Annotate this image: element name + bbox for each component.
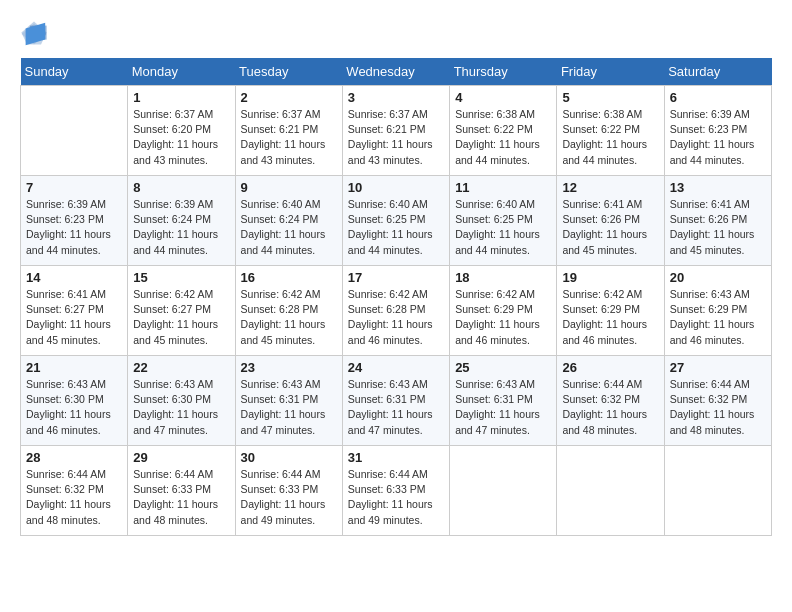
calendar-cell: 17Sunrise: 6:42 AMSunset: 6:28 PMDayligh… <box>342 266 449 356</box>
weekday-header: Monday <box>128 58 235 86</box>
calendar-week-row: 21Sunrise: 6:43 AMSunset: 6:30 PMDayligh… <box>21 356 772 446</box>
day-number: 18 <box>455 270 551 285</box>
calendar-week-row: 14Sunrise: 6:41 AMSunset: 6:27 PMDayligh… <box>21 266 772 356</box>
day-number: 19 <box>562 270 658 285</box>
day-number: 20 <box>670 270 766 285</box>
day-number: 28 <box>26 450 122 465</box>
cell-info: Sunrise: 6:44 AMSunset: 6:33 PMDaylight:… <box>348 467 444 528</box>
calendar-cell <box>450 446 557 536</box>
day-number: 1 <box>133 90 229 105</box>
weekday-header: Friday <box>557 58 664 86</box>
cell-info: Sunrise: 6:38 AMSunset: 6:22 PMDaylight:… <box>562 107 658 168</box>
calendar-cell: 19Sunrise: 6:42 AMSunset: 6:29 PMDayligh… <box>557 266 664 356</box>
cell-info: Sunrise: 6:40 AMSunset: 6:24 PMDaylight:… <box>241 197 337 258</box>
day-number: 29 <box>133 450 229 465</box>
calendar-cell <box>557 446 664 536</box>
calendar-week-row: 7Sunrise: 6:39 AMSunset: 6:23 PMDaylight… <box>21 176 772 266</box>
calendar-cell: 2Sunrise: 6:37 AMSunset: 6:21 PMDaylight… <box>235 86 342 176</box>
calendar-cell: 13Sunrise: 6:41 AMSunset: 6:26 PMDayligh… <box>664 176 771 266</box>
cell-info: Sunrise: 6:43 AMSunset: 6:31 PMDaylight:… <box>455 377 551 438</box>
day-number: 11 <box>455 180 551 195</box>
day-number: 3 <box>348 90 444 105</box>
calendar-cell: 26Sunrise: 6:44 AMSunset: 6:32 PMDayligh… <box>557 356 664 446</box>
calendar-cell: 1Sunrise: 6:37 AMSunset: 6:20 PMDaylight… <box>128 86 235 176</box>
cell-info: Sunrise: 6:42 AMSunset: 6:29 PMDaylight:… <box>455 287 551 348</box>
calendar-cell: 29Sunrise: 6:44 AMSunset: 6:33 PMDayligh… <box>128 446 235 536</box>
calendar-cell: 5Sunrise: 6:38 AMSunset: 6:22 PMDaylight… <box>557 86 664 176</box>
cell-info: Sunrise: 6:41 AMSunset: 6:26 PMDaylight:… <box>670 197 766 258</box>
cell-info: Sunrise: 6:40 AMSunset: 6:25 PMDaylight:… <box>348 197 444 258</box>
day-number: 2 <box>241 90 337 105</box>
day-number: 21 <box>26 360 122 375</box>
calendar-cell: 23Sunrise: 6:43 AMSunset: 6:31 PMDayligh… <box>235 356 342 446</box>
day-number: 12 <box>562 180 658 195</box>
weekday-header: Saturday <box>664 58 771 86</box>
cell-info: Sunrise: 6:43 AMSunset: 6:30 PMDaylight:… <box>26 377 122 438</box>
calendar-cell: 8Sunrise: 6:39 AMSunset: 6:24 PMDaylight… <box>128 176 235 266</box>
calendar-cell <box>21 86 128 176</box>
day-number: 27 <box>670 360 766 375</box>
cell-info: Sunrise: 6:43 AMSunset: 6:31 PMDaylight:… <box>241 377 337 438</box>
cell-info: Sunrise: 6:39 AMSunset: 6:24 PMDaylight:… <box>133 197 229 258</box>
logo-icon <box>20 20 48 48</box>
cell-info: Sunrise: 6:43 AMSunset: 6:31 PMDaylight:… <box>348 377 444 438</box>
calendar-cell: 20Sunrise: 6:43 AMSunset: 6:29 PMDayligh… <box>664 266 771 356</box>
cell-info: Sunrise: 6:44 AMSunset: 6:32 PMDaylight:… <box>26 467 122 528</box>
cell-info: Sunrise: 6:42 AMSunset: 6:29 PMDaylight:… <box>562 287 658 348</box>
weekday-header: Thursday <box>450 58 557 86</box>
day-number: 25 <box>455 360 551 375</box>
cell-info: Sunrise: 6:44 AMSunset: 6:33 PMDaylight:… <box>241 467 337 528</box>
calendar-cell: 31Sunrise: 6:44 AMSunset: 6:33 PMDayligh… <box>342 446 449 536</box>
page-header <box>20 20 772 48</box>
cell-info: Sunrise: 6:43 AMSunset: 6:30 PMDaylight:… <box>133 377 229 438</box>
cell-info: Sunrise: 6:42 AMSunset: 6:28 PMDaylight:… <box>348 287 444 348</box>
weekday-header: Sunday <box>21 58 128 86</box>
cell-info: Sunrise: 6:43 AMSunset: 6:29 PMDaylight:… <box>670 287 766 348</box>
cell-info: Sunrise: 6:37 AMSunset: 6:21 PMDaylight:… <box>241 107 337 168</box>
calendar-cell: 12Sunrise: 6:41 AMSunset: 6:26 PMDayligh… <box>557 176 664 266</box>
svg-marker-3 <box>26 23 46 45</box>
cell-info: Sunrise: 6:44 AMSunset: 6:32 PMDaylight:… <box>562 377 658 438</box>
calendar-cell: 15Sunrise: 6:42 AMSunset: 6:27 PMDayligh… <box>128 266 235 356</box>
cell-info: Sunrise: 6:41 AMSunset: 6:27 PMDaylight:… <box>26 287 122 348</box>
calendar-cell <box>664 446 771 536</box>
day-number: 30 <box>241 450 337 465</box>
day-number: 15 <box>133 270 229 285</box>
cell-info: Sunrise: 6:40 AMSunset: 6:25 PMDaylight:… <box>455 197 551 258</box>
day-number: 23 <box>241 360 337 375</box>
calendar-cell: 14Sunrise: 6:41 AMSunset: 6:27 PMDayligh… <box>21 266 128 356</box>
day-number: 4 <box>455 90 551 105</box>
calendar-cell: 4Sunrise: 6:38 AMSunset: 6:22 PMDaylight… <box>450 86 557 176</box>
day-number: 22 <box>133 360 229 375</box>
calendar-body: 1Sunrise: 6:37 AMSunset: 6:20 PMDaylight… <box>21 86 772 536</box>
day-number: 8 <box>133 180 229 195</box>
day-number: 7 <box>26 180 122 195</box>
cell-info: Sunrise: 6:44 AMSunset: 6:32 PMDaylight:… <box>670 377 766 438</box>
calendar-week-row: 1Sunrise: 6:37 AMSunset: 6:20 PMDaylight… <box>21 86 772 176</box>
day-number: 24 <box>348 360 444 375</box>
day-number: 31 <box>348 450 444 465</box>
day-number: 14 <box>26 270 122 285</box>
day-number: 13 <box>670 180 766 195</box>
day-number: 6 <box>670 90 766 105</box>
calendar-cell: 18Sunrise: 6:42 AMSunset: 6:29 PMDayligh… <box>450 266 557 356</box>
calendar-cell: 16Sunrise: 6:42 AMSunset: 6:28 PMDayligh… <box>235 266 342 356</box>
cell-info: Sunrise: 6:37 AMSunset: 6:21 PMDaylight:… <box>348 107 444 168</box>
cell-info: Sunrise: 6:39 AMSunset: 6:23 PMDaylight:… <box>26 197 122 258</box>
calendar-cell: 9Sunrise: 6:40 AMSunset: 6:24 PMDaylight… <box>235 176 342 266</box>
day-number: 16 <box>241 270 337 285</box>
calendar-cell: 27Sunrise: 6:44 AMSunset: 6:32 PMDayligh… <box>664 356 771 446</box>
calendar-cell: 10Sunrise: 6:40 AMSunset: 6:25 PMDayligh… <box>342 176 449 266</box>
calendar-cell: 21Sunrise: 6:43 AMSunset: 6:30 PMDayligh… <box>21 356 128 446</box>
weekday-header: Wednesday <box>342 58 449 86</box>
calendar-header-row: SundayMondayTuesdayWednesdayThursdayFrid… <box>21 58 772 86</box>
cell-info: Sunrise: 6:41 AMSunset: 6:26 PMDaylight:… <box>562 197 658 258</box>
calendar-cell: 11Sunrise: 6:40 AMSunset: 6:25 PMDayligh… <box>450 176 557 266</box>
logo <box>20 20 52 48</box>
cell-info: Sunrise: 6:44 AMSunset: 6:33 PMDaylight:… <box>133 467 229 528</box>
calendar-cell: 6Sunrise: 6:39 AMSunset: 6:23 PMDaylight… <box>664 86 771 176</box>
weekday-header: Tuesday <box>235 58 342 86</box>
calendar-cell: 22Sunrise: 6:43 AMSunset: 6:30 PMDayligh… <box>128 356 235 446</box>
calendar-week-row: 28Sunrise: 6:44 AMSunset: 6:32 PMDayligh… <box>21 446 772 536</box>
cell-info: Sunrise: 6:37 AMSunset: 6:20 PMDaylight:… <box>133 107 229 168</box>
